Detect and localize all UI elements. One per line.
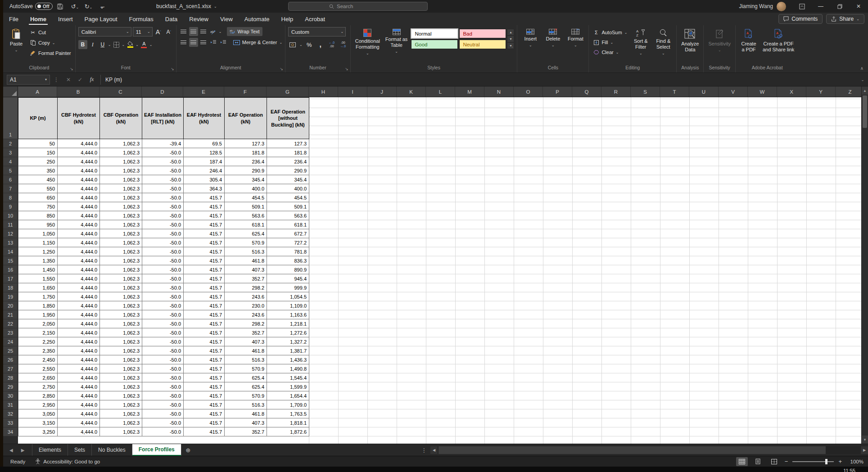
column-header-D[interactable]: D [142,86,183,97]
cell[interactable]: 415.7 [184,265,225,274]
cell[interactable]: -50.0 [142,301,184,310]
cell[interactable]: 1,709.0 [267,400,309,409]
cell[interactable]: 2,350 [18,346,58,355]
cell[interactable]: 1,062.3 [100,373,142,382]
cell[interactable]: 246.4 [184,166,225,175]
cell[interactable]: 236.4 [267,157,309,166]
enter-icon[interactable]: ✓ [74,77,86,83]
row-header-32[interactable]: 32 [3,409,18,418]
empty-cells-grid[interactable] [309,97,861,444]
cell[interactable]: -50.0 [142,148,184,157]
cell[interactable]: 3,250 [18,427,58,436]
create-pdf-share-button[interactable]: A Create a PDF and Share link [761,27,796,53]
font-dialog-launcher-icon[interactable]: ↘ [171,65,174,73]
row-header-21[interactable]: 21 [3,310,18,319]
cell[interactable]: -50.0 [142,418,184,427]
column-header-Q[interactable]: Q [572,86,601,97]
cell[interactable]: 1,062.3 [100,418,142,427]
row-header-30[interactable]: 30 [3,391,18,400]
column-header-Y[interactable]: Y [806,86,836,97]
row-header-9[interactable]: 9 [3,202,18,211]
cell[interactable]: 1,062.3 [100,310,142,319]
font-color-button[interactable]: A [140,40,149,49]
normal-view-button[interactable] [736,457,748,466]
cell[interactable]: -50.0 [142,328,184,337]
cell[interactable]: -50.0 [142,229,184,238]
top-align-button[interactable] [179,27,188,36]
cell[interactable]: 1,545.4 [267,373,309,382]
cell[interactable]: 352.7 [225,274,267,283]
cell[interactable]: 570.9 [225,364,267,373]
cell[interactable]: 4,444.0 [58,391,100,400]
cell[interactable]: -50.0 [142,391,184,400]
formula-bar-expand-icon[interactable]: ⌄ [857,77,868,82]
cell[interactable]: -50.0 [142,157,184,166]
row-header-33[interactable]: 33 [3,418,18,427]
row-header-11[interactable]: 11 [3,220,18,229]
cell[interactable]: 345.4 [267,175,309,184]
formula-input[interactable]: KP (m) [100,75,857,85]
row-header-14[interactable]: 14 [3,247,18,256]
cell[interactable]: 570.9 [225,238,267,247]
cell[interactable]: -50.0 [142,274,184,283]
cell[interactable]: 1,062.3 [100,265,142,274]
cell[interactable]: 1,062.3 [100,355,142,364]
cell[interactable]: 400.0 [267,184,309,193]
cell[interactable]: -50.0 [142,382,184,391]
insert-function-icon[interactable]: fx [86,76,98,83]
cell[interactable]: 3,050 [18,409,58,418]
accessibility-status[interactable]: Accessibility: Good to go [35,458,100,464]
row-header-29[interactable]: 29 [3,382,18,391]
share-button[interactable]: Share⌄ [826,14,864,24]
cell[interactable]: 4,444.0 [58,247,100,256]
cell[interactable]: 236.4 [225,157,267,166]
cell[interactable]: 4,444.0 [58,184,100,193]
column-header-W[interactable]: W [748,86,777,97]
prev-sheet-icon[interactable]: ◀ [9,448,13,453]
cell[interactable]: 999.9 [267,283,309,292]
sheet-tab-elements[interactable]: Elements [32,444,68,456]
column-header-P[interactable]: P [543,86,572,97]
zoom-in-button[interactable]: + [838,458,842,465]
cell[interactable]: 415.7 [184,193,225,202]
cell[interactable]: 1,062.3 [100,211,142,220]
copy-button[interactable]: Copy⌄ [28,38,72,47]
accounting-format-button[interactable] [288,40,297,49]
cell[interactable]: 1,062.3 [100,256,142,265]
cell[interactable]: 1,654.4 [267,391,309,400]
column-header-A[interactable]: A [18,86,57,97]
cell[interactable]: 625.4 [225,229,267,238]
column-header-B[interactable]: B [57,86,99,97]
cell[interactable]: -50.0 [142,364,184,373]
column-header-G[interactable]: G [267,86,309,97]
cell[interactable]: -50.0 [142,202,184,211]
cell[interactable]: 1,062.3 [100,319,142,328]
cell[interactable]: 415.7 [184,310,225,319]
cell[interactable]: 2,850 [18,391,58,400]
align-center-button[interactable] [189,38,198,47]
font-size-combo[interactable]: 11⌄ [133,27,153,36]
column-header-J[interactable]: J [367,86,397,97]
format-as-table-button[interactable]: Format as Table ⌄ [384,27,410,54]
cell[interactable]: -50.0 [142,220,184,229]
cell[interactable]: 400.0 [225,184,267,193]
row-header-27[interactable]: 27 [3,364,18,373]
cut-button[interactable]: ✂Cut [28,28,72,37]
number-format-combo[interactable]: Custom⌄ [288,27,346,36]
cell[interactable]: 836.3 [267,256,309,265]
cell[interactable]: 1,062.3 [100,427,142,436]
cell[interactable]: 454.5 [225,193,267,202]
autosum-button[interactable]: ΣAutoSum⌄ [592,28,628,37]
cell[interactable]: 415.7 [184,202,225,211]
cell[interactable]: 1,150 [18,238,58,247]
hscroll-right-icon[interactable]: ▶ [861,446,868,454]
bottom-align-button[interactable] [199,27,208,36]
column-header-H[interactable]: H [309,86,338,97]
row-header-7[interactable]: 7 [3,184,18,193]
cell[interactable]: 461.8 [225,346,267,355]
cell[interactable]: 2,750 [18,382,58,391]
avatar[interactable] [777,2,786,11]
cell[interactable]: 415.7 [184,211,225,220]
vertical-scrollbar[interactable]: ▲ ▼ [861,86,868,444]
cell[interactable]: -50.0 [142,238,184,247]
